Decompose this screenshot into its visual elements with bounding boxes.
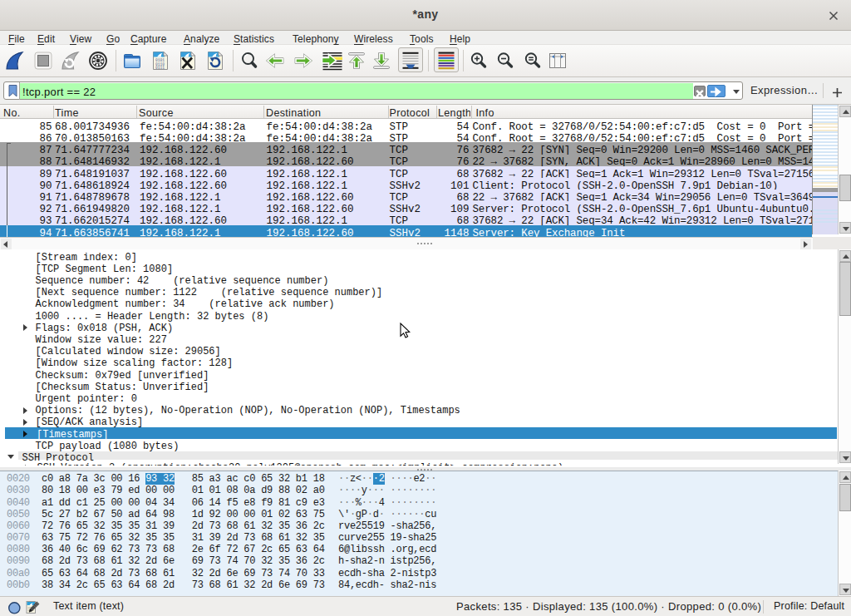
svg-text:0111: 0111 xyxy=(155,66,165,70)
